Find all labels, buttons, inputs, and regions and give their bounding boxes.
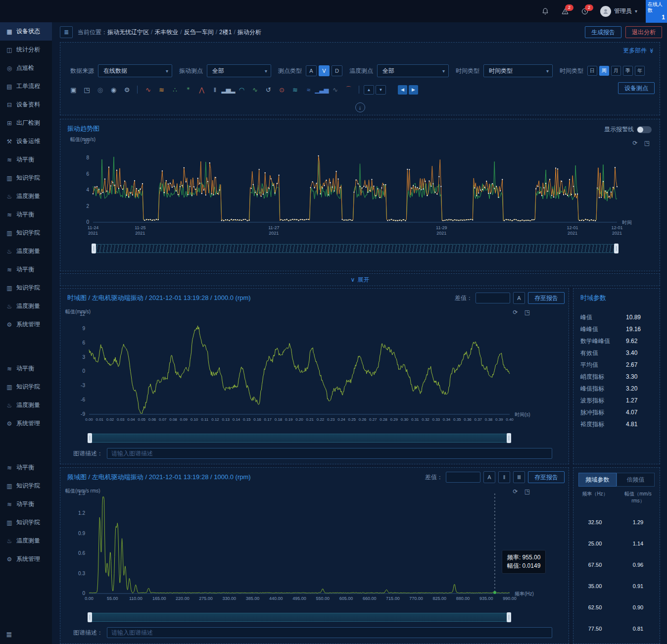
cascade-wave-icon[interactable]: ≈: [302, 84, 314, 95]
freq-params-tab[interactable]: 倍频值: [617, 473, 655, 487]
generate-report-button[interactable]: 生成报告: [585, 26, 621, 38]
sidebar-item[interactable]: ⚙ 系统管理: [0, 414, 52, 433]
sidebar-item[interactable]: ♨ 温度测量: [0, 242, 52, 260]
point-type-button[interactable]: D: [332, 65, 342, 76]
sidebar-item[interactable]: ▥ 知识学院: [0, 224, 52, 242]
sidebar-item[interactable]: ⊟ 设备资料: [0, 96, 52, 114]
show-alarm-toggle[interactable]: 显示报警线: [604, 125, 652, 134]
more-widgets-link[interactable]: 更多部件 ≪: [623, 47, 654, 55]
bell-icon[interactable]: [541, 7, 550, 16]
slider-handle-left[interactable]: [92, 244, 96, 253]
trend-chart-svg[interactable]: 0246810幅值(mm/s)时间11-24202111-25202111-27…: [67, 135, 652, 241]
vib-point-select[interactable]: 全部: [207, 64, 271, 77]
temp-point-select[interactable]: 全部: [377, 64, 449, 77]
auto-scale-button[interactable]: A: [483, 471, 495, 483]
freq-range-slider[interactable]: [89, 613, 510, 622]
sidebar-item[interactable]: ⚙ 系统管理: [0, 550, 52, 568]
breadcrumb-item[interactable]: 振动无忧辽宁区/: [107, 28, 154, 37]
sidebar-item[interactable]: ◫ 统计分析: [0, 41, 52, 59]
freq-desc-input[interactable]: [107, 627, 552, 638]
waterfall-icon[interactable]: ≋: [289, 84, 301, 95]
slider-handle-right[interactable]: [507, 612, 511, 622]
envelope-wave-icon[interactable]: ≋: [155, 84, 167, 95]
mini-bars-icon[interactable]: ▂▅▂: [222, 84, 234, 95]
move-down-button[interactable]: ▼: [376, 85, 386, 95]
dim-heartbeat-icon[interactable]: ∿: [329, 84, 341, 95]
undo-icon[interactable]: ↺: [262, 84, 274, 95]
sidebar-item[interactable]: ▦ 设备状态: [0, 22, 52, 41]
auto-scale-button[interactable]: A: [513, 292, 525, 304]
settings-gear-icon[interactable]: ⚙: [121, 84, 133, 95]
breadcrumb-item[interactable]: 禾丰牧业/: [154, 28, 184, 37]
time-unit-button[interactable]: 月: [611, 66, 621, 76]
sidebar-item[interactable]: ▤ 工单流程: [0, 77, 52, 96]
slider-handle-left[interactable]: [88, 433, 92, 443]
sidebar-item[interactable]: ◎ 点巡检: [0, 59, 52, 77]
slider-handle-left[interactable]: [88, 612, 92, 622]
exit-analysis-button[interactable]: 退出分析: [625, 26, 662, 38]
breadcrumb-item[interactable]: 反刍一车间/: [184, 28, 219, 37]
sidebar-item[interactable]: ▥ 知识学院: [0, 477, 52, 495]
online-users-box[interactable]: 在线人数 1: [646, 0, 667, 23]
collapse-panel-icon[interactable]: ↓: [355, 102, 365, 112]
sidebar-item[interactable]: ▥ 知识学院: [0, 279, 52, 297]
sidebar-item[interactable]: ≋ 动平衡: [0, 150, 52, 169]
time-range-slider[interactable]: [89, 434, 510, 443]
sidebar-item[interactable]: ▥ 知识学院: [0, 513, 52, 532]
harmonic-cursor-button[interactable]: Ⅲ: [513, 471, 525, 483]
clock-icon[interactable]: 2: [580, 7, 589, 16]
save-report-button[interactable]: 存至报告: [528, 471, 565, 483]
device-tree-icon[interactable]: ≣: [60, 26, 73, 38]
time-unit-button[interactable]: 日: [587, 66, 597, 76]
sidebar-item[interactable]: ≋ 动平衡: [0, 260, 52, 279]
source-select[interactable]: 在线数据: [98, 64, 172, 77]
point-type-button[interactable]: A: [306, 65, 317, 76]
slider-handle-right[interactable]: [614, 244, 619, 253]
time-unit-button[interactable]: 季: [623, 66, 633, 76]
sidebar-item[interactable]: ≋ 动平衡: [0, 458, 52, 477]
impulse-train-icon[interactable]: ‖: [209, 84, 221, 95]
snapshot-icon[interactable]: ◳: [81, 84, 93, 95]
collapse-sidebar-icon[interactable]: ≣: [6, 630, 12, 639]
sidebar-item[interactable]: ⚒ 设备运维: [0, 132, 52, 150]
sidebar-item[interactable]: ≋ 动平衡: [0, 205, 52, 224]
move-up-button[interactable]: ▲: [364, 85, 374, 95]
sidebar-item[interactable]: ≋ 动平衡: [0, 495, 52, 513]
sidebar-item[interactable]: ⊞ 出厂检测: [0, 114, 52, 132]
warning-icon[interactable]: 2: [561, 7, 570, 16]
freq-chart-svg[interactable]: 1.51.20.90.60.30幅值(mm/s rms)频率(Hz)0.0055…: [62, 488, 569, 611]
balance-icon[interactable]: ◉: [107, 84, 119, 95]
sidebar-item[interactable]: ▥ 知识学院: [0, 169, 52, 187]
trend-range-slider[interactable]: [93, 244, 617, 253]
cross-phase-icon[interactable]: ＊: [182, 84, 194, 95]
heartbeat-icon[interactable]: ∿: [249, 84, 261, 95]
time-unit-button[interactable]: 周: [599, 66, 609, 76]
time-type-select[interactable]: 时间类型: [483, 64, 553, 77]
diff-input[interactable]: [476, 293, 510, 303]
breadcrumb-item[interactable]: 2楼1/: [219, 28, 238, 37]
time-unit-button[interactable]: 年: [635, 66, 645, 76]
admin-menu[interactable]: 管理员 ▾: [600, 6, 637, 17]
decline-curve-icon[interactable]: ⌒: [342, 84, 354, 95]
sidebar-item[interactable]: ♨ 温度测量: [0, 297, 52, 315]
sidebar-item[interactable]: ⚙ 系统管理: [0, 315, 52, 334]
cursor-dot-icon[interactable]: ⊙: [276, 84, 287, 95]
freq-params-tab[interactable]: 频域参数: [578, 473, 617, 487]
orbit-wave-icon[interactable]: ◠: [236, 84, 247, 95]
sidebar-item[interactable]: ≋ 动平衡: [0, 359, 52, 378]
histogram-icon[interactable]: ▁▃▅: [316, 84, 328, 95]
sidebar-item[interactable]: ▥ 知识学院: [0, 378, 52, 396]
breadcrumb-item[interactable]: 振动分析/: [238, 28, 261, 37]
diff-input[interactable]: [446, 472, 480, 483]
multi-peak-icon[interactable]: ⋀: [195, 84, 207, 95]
target-circle-icon[interactable]: ◎: [94, 84, 106, 95]
point-type-button[interactable]: V: [319, 65, 330, 76]
prev-button[interactable]: ◀: [398, 85, 407, 95]
scatter-plot-icon[interactable]: ∴: [169, 84, 181, 95]
sidebar-item[interactable]: ♨ 温度测量: [0, 187, 52, 205]
device-points-button[interactable]: 设备测点: [618, 82, 655, 94]
alarm-switch[interactable]: [637, 126, 652, 133]
sidebar-item[interactable]: ♨ 温度测量: [0, 396, 52, 414]
next-button[interactable]: ▶: [409, 85, 418, 95]
sidebar-item[interactable]: ♨ 温度测量: [0, 532, 52, 550]
